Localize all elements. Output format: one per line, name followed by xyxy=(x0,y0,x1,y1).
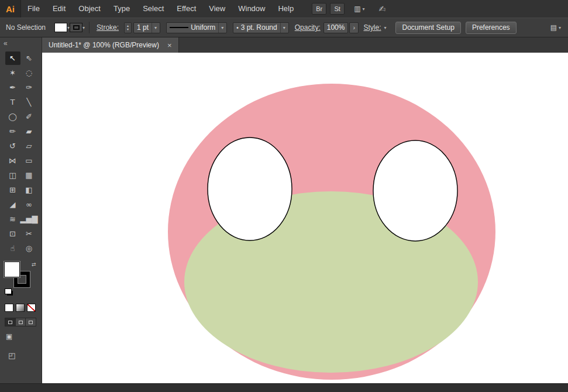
panel-options-icon: ▤ xyxy=(550,23,557,32)
cs-live-hand-icon[interactable]: ✍ xyxy=(379,4,386,13)
shape-builder-tool[interactable]: ◫ xyxy=(5,169,20,182)
gradient-tool[interactable]: ◧ xyxy=(22,183,37,197)
opacity-field[interactable]: 100% xyxy=(323,22,349,33)
brush-preview-icon: • xyxy=(236,25,239,31)
style-panel-link[interactable]: Style: xyxy=(363,23,381,32)
stroke-weight-value: 1 pt xyxy=(137,23,149,32)
eyedropper-tool[interactable]: ◢ xyxy=(5,198,20,211)
color-button[interactable] xyxy=(5,304,13,312)
style-chevron-icon[interactable]: ▾ xyxy=(384,25,386,30)
curvature-tool[interactable]: ✑ xyxy=(22,81,37,94)
document-setup-button[interactable]: Document Setup xyxy=(395,22,460,34)
draw-inside-icon xyxy=(29,321,33,324)
brush-definition-dropdown[interactable]: • 3 pt. Round ▾ xyxy=(233,22,289,33)
rotate-tool[interactable]: ↺ xyxy=(5,139,20,153)
menu-file[interactable]: File xyxy=(21,0,46,18)
draw-behind-button[interactable] xyxy=(16,318,26,326)
selection-tool[interactable]: ↖ xyxy=(5,51,20,65)
direct-selection-tool[interactable]: ⇖ xyxy=(22,51,37,65)
menu-window[interactable]: Window xyxy=(232,0,271,18)
draw-mode-buttons xyxy=(5,318,36,326)
artboard-canvas[interactable] xyxy=(42,53,568,383)
opacity-options-button[interactable]: › xyxy=(349,22,359,33)
magic-wand-tool[interactable]: ✶ xyxy=(5,66,20,80)
document-tab-bar: Untitled-1* @ 100% (RGB/Preview) × xyxy=(42,37,568,53)
preferences-button[interactable]: Preferences xyxy=(466,22,517,34)
draw-inside-button[interactable] xyxy=(26,318,36,326)
change-windows-icon[interactable]: ◰ xyxy=(8,351,19,360)
draw-normal-button[interactable] xyxy=(5,318,16,326)
chevron-down-icon[interactable]: ▾ xyxy=(152,23,157,33)
column-graph-tool[interactable]: ▂▅▇ xyxy=(22,212,37,226)
type-tool[interactable]: T xyxy=(5,95,20,109)
line-segment-tool[interactable]: ╲ xyxy=(22,95,37,109)
perspective-grid-tool[interactable]: ▦ xyxy=(22,169,37,182)
close-tab-icon[interactable]: × xyxy=(167,41,172,50)
hand-tool[interactable]: ☝ xyxy=(5,242,20,255)
stroke-chevron-icon[interactable]: ▾ xyxy=(82,25,85,30)
tool-grid: ↖ ⇖ ✶ ◌ ✒ ✑ T ╲ ◯ ✐ ✏ ▰ ↺ ▱ ⋈ ▭ ◫ ▦ ⊞ ◧ … xyxy=(5,51,37,256)
none-button[interactable] xyxy=(27,304,36,312)
workspace-icon: ▥ xyxy=(354,5,360,13)
menu-edit[interactable]: Edit xyxy=(46,0,72,18)
stroke-profile-preview-icon xyxy=(170,27,188,28)
color-mode-buttons xyxy=(5,304,42,312)
document-tab-title: Untitled-1* @ 100% (RGB/Preview) xyxy=(49,41,159,49)
bridge-button[interactable]: Br xyxy=(312,3,326,15)
stroke-color-swatch[interactable] xyxy=(70,23,82,32)
blend-tool[interactable]: ∞ xyxy=(22,198,37,211)
stroke-panel-link[interactable]: Stroke: xyxy=(97,23,119,32)
free-transform-tool[interactable]: ▭ xyxy=(22,154,37,167)
menu-type[interactable]: Type xyxy=(107,0,136,18)
chevron-down-icon[interactable]: ▾ xyxy=(280,23,285,33)
menu-object[interactable]: Object xyxy=(72,0,107,18)
arrow-right-icon: › xyxy=(353,24,356,31)
fill-color-swatch[interactable] xyxy=(54,23,67,32)
left-eye-shape[interactable] xyxy=(208,137,292,240)
chevron-down-icon: ▾ xyxy=(559,25,561,30)
menu-select[interactable]: Select xyxy=(136,0,170,18)
stroke-weight-stepper[interactable]: ▴ ▾ xyxy=(124,22,132,33)
zoom-tool[interactable]: ◎ xyxy=(22,242,37,255)
artwork-svg xyxy=(42,53,568,383)
draw-normal-icon xyxy=(8,321,12,324)
right-eye-shape[interactable] xyxy=(373,140,457,241)
stroke-weight-field[interactable]: 1 pt ▾ xyxy=(133,22,160,33)
stock-button[interactable]: St xyxy=(330,3,345,15)
mesh-tool[interactable]: ⊞ xyxy=(5,183,20,197)
gradient-button[interactable] xyxy=(16,304,25,312)
paintbrush-tool[interactable]: ✐ xyxy=(22,110,37,123)
stroke-profile-dropdown[interactable]: Uniform ▾ xyxy=(166,22,227,33)
scale-tool[interactable]: ▱ xyxy=(22,139,37,153)
width-tool[interactable]: ⋈ xyxy=(5,154,20,167)
menu-view[interactable]: View xyxy=(202,0,232,18)
status-bar xyxy=(0,383,568,392)
fill-stroke-indicator: ⇄ xyxy=(4,262,38,295)
document-tab[interactable]: Untitled-1* @ 100% (RGB/Preview) × xyxy=(42,37,179,53)
eraser-tool[interactable]: ▰ xyxy=(22,125,37,138)
pen-tool[interactable]: ✒ xyxy=(5,81,20,94)
swap-fill-stroke-icon[interactable]: ⇄ xyxy=(32,262,36,267)
artboard-tool[interactable]: ⊡ xyxy=(5,227,20,240)
control-bar-options[interactable]: ▤ ▾ xyxy=(550,23,561,32)
workspace-switcher[interactable]: ▥ ▾ xyxy=(354,5,364,13)
control-bar: No Selection ▾ ▾ Stroke: ▴ ▾ 1 pt ▾ Unif… xyxy=(0,18,568,37)
menu-effect[interactable]: Effect xyxy=(170,0,202,18)
opacity-panel-link[interactable]: Opacity: xyxy=(295,23,321,32)
menu-help[interactable]: Help xyxy=(271,0,300,18)
symbol-sprayer-tool[interactable]: ≋ xyxy=(5,212,20,226)
ellipse-tool[interactable]: ◯ xyxy=(5,110,20,123)
collapse-panel-icon[interactable]: « xyxy=(0,37,42,50)
divider xyxy=(89,22,89,33)
chevron-down-icon[interactable]: ▾ xyxy=(218,23,223,33)
pencil-tool[interactable]: ✏ xyxy=(5,125,20,138)
fill-color-indicator[interactable] xyxy=(4,262,20,277)
selection-status-label: No Selection xyxy=(6,23,46,32)
screen-mode-button[interactable]: ▣ xyxy=(6,332,15,341)
stepper-down-icon[interactable]: ▾ xyxy=(125,27,131,31)
menu-bar: Ai File Edit Object Type Select Effect V… xyxy=(0,0,568,18)
chevron-down-icon: ▾ xyxy=(363,6,365,12)
slice-tool[interactable]: ✂ xyxy=(22,227,37,240)
default-fill-stroke-icon[interactable] xyxy=(5,288,12,294)
lasso-tool[interactable]: ◌ xyxy=(22,66,37,80)
